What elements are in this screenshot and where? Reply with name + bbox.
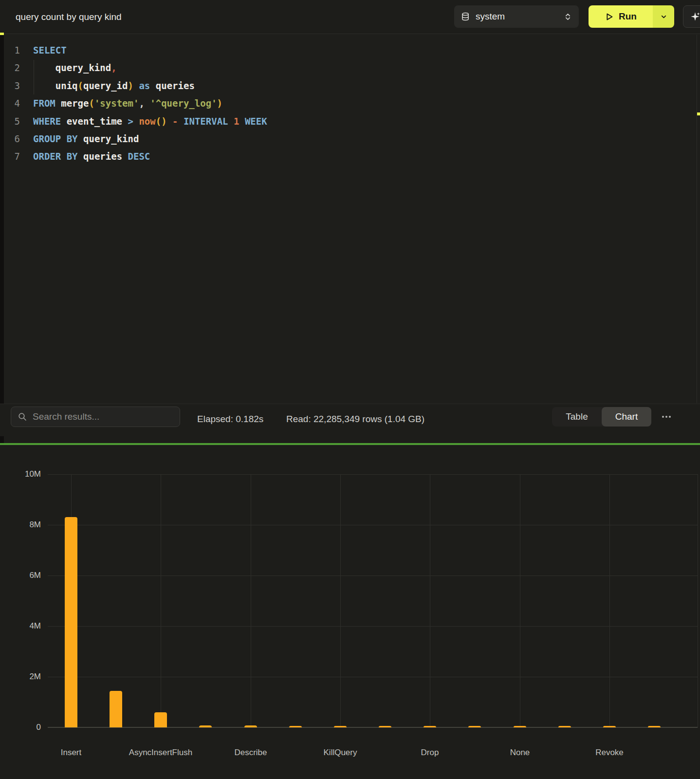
search-results-input[interactable] — [33, 411, 173, 422]
sql-console: query count by query kind system Run — [0, 0, 700, 779]
line-number: 4 — [4, 94, 20, 112]
results-toolbar: Elapsed: 0.182s Read: 22,285,349 rows (1… — [0, 404, 700, 436]
code-lines: 1SELECT2 query_kind,3 uniq(query_id) as … — [4, 41, 695, 166]
elapsed-stat: Elapsed: 0.182s — [197, 404, 263, 437]
code-line: 7ORDER BY queries DESC — [4, 148, 695, 165]
chevron-up-down-icon — [564, 13, 572, 21]
line-number: 2 — [4, 59, 20, 76]
run-button-label: Run — [619, 11, 637, 22]
table-view-button[interactable]: Table — [552, 407, 602, 427]
search-icon — [18, 412, 27, 421]
line-number: 5 — [4, 112, 20, 130]
run-button-group: Run — [589, 5, 674, 28]
sql-editor[interactable]: 1SELECT2 query_kind,3 uniq(query_id) as … — [4, 35, 700, 403]
more-options-button[interactable] — [658, 407, 675, 427]
code-line: 3 uniq(query_id) as queries — [4, 77, 695, 94]
code-line: 1SELECT — [4, 41, 695, 59]
database-icon — [461, 12, 470, 21]
search-box — [11, 407, 180, 427]
code-line: 4FROM merge('system', '^query_log') — [4, 94, 695, 112]
code-line: 2 query_kind, — [4, 59, 695, 76]
database-selector[interactable]: system — [454, 5, 579, 28]
active-tab-marker — [0, 33, 4, 35]
query-tab-title: query count by query kind — [16, 0, 122, 34]
view-toggle: Table Chart — [552, 407, 651, 427]
sparkles-icon — [690, 12, 700, 21]
run-options-button[interactable] — [653, 5, 674, 28]
top-bar: query count by query kind system Run — [0, 0, 700, 34]
code-line: 6GROUP BY query_kind — [4, 130, 695, 148]
line-number: 6 — [4, 130, 20, 148]
ai-assist-button[interactable] — [683, 5, 700, 28]
chart-view-button[interactable]: Chart — [602, 407, 651, 427]
editor-scrollbar[interactable] — [697, 35, 697, 403]
scrollbar-marker — [697, 112, 700, 115]
line-number: 7 — [4, 148, 20, 165]
indent-guide — [34, 60, 34, 94]
run-button[interactable]: Run — [589, 5, 653, 28]
code-line: 5WHERE event_time > now() - INTERVAL 1 W… — [4, 112, 695, 130]
read-stat: Read: 22,285,349 rows (1.04 GB) — [286, 404, 424, 437]
line-number: 1 — [4, 41, 20, 59]
ellipsis-icon — [665, 416, 667, 418]
chevron-down-icon — [660, 13, 667, 20]
chart-panel: query count by query kind — [0, 445, 700, 779]
play-icon — [605, 12, 614, 21]
line-number: 3 — [4, 77, 20, 94]
database-selector-value: system — [476, 11, 505, 22]
